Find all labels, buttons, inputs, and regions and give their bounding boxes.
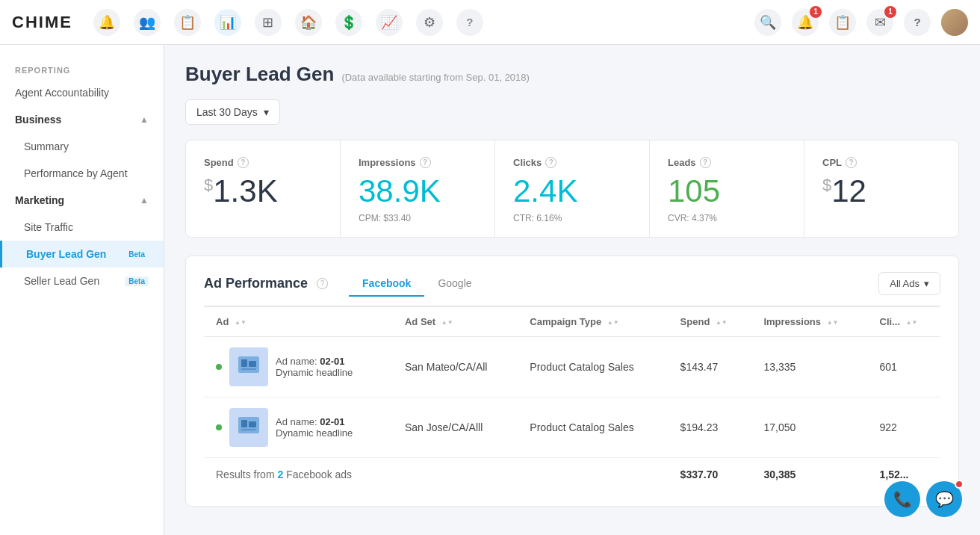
chat-fab-button[interactable]: 💬 — [926, 481, 962, 517]
tasks-button[interactable]: 📋 — [829, 9, 856, 36]
date-filter-label: Last 30 Days — [196, 106, 258, 118]
chevron-down-icon: ▾ — [924, 278, 929, 289]
contacts-nav-icon[interactable]: 👥 — [134, 9, 161, 36]
sidebar-group-header-marketing[interactable]: Marketing ▲ — [0, 187, 164, 214]
search-button[interactable]: 🔍 — [754, 9, 781, 36]
cpl-help-icon[interactable]: ? — [846, 157, 857, 168]
ad-table-body: Ad name: 02-01 Dynamic headline San Mate… — [204, 337, 940, 492]
ad-cell-2: Ad name: 02-01 Dynamic headline — [204, 398, 393, 458]
sidebar-item-buyer-lead-gen[interactable]: Buyer Lead Gen Beta — [0, 241, 164, 268]
table-row: Ad name: 02-01 Dynamic headline San Mate… — [204, 337, 940, 398]
metric-clicks: Clicks ? 2.4K CTR: 6.16% — [495, 140, 650, 237]
metric-cpl: CPL ? $12 — [804, 140, 958, 237]
sort-campaign-icon: ▲▼ — [607, 319, 619, 326]
sidebar-item-agent-accountability[interactable]: Agent Accountability — [0, 79, 164, 106]
leads-sub: CVR: 4.37% — [668, 213, 786, 223]
phone-fab-button[interactable]: 📞 — [884, 481, 920, 517]
all-ads-label: All Ads — [890, 278, 919, 289]
sort-adset-icon: ▲▼ — [441, 319, 453, 326]
tasks-nav-icon[interactable]: 📋 — [174, 9, 201, 36]
svg-rect-5 — [241, 420, 247, 427]
col-campaign-type[interactable]: Campaign Type ▲▼ — [518, 307, 668, 337]
sidebar-group-header-business[interactable]: Business ▲ — [0, 106, 164, 133]
col-adset[interactable]: Ad Set ▲▼ — [393, 307, 518, 337]
gear-nav-icon[interactable]: ⚙ — [416, 9, 443, 36]
tabs: Facebook Google — [349, 271, 486, 295]
leads-help-icon[interactable]: ? — [700, 157, 711, 168]
topnav: CHIME 🔔 👥 📋 📊 ⊞ 🏠 💲 📈 ⚙ ? — [0, 0, 980, 45]
clicks-cell-1: 601 — [868, 337, 940, 398]
ad-thumbnail — [229, 347, 268, 386]
col-impressions[interactable]: Impressions ▲▼ — [751, 307, 867, 337]
svg-rect-2 — [249, 361, 256, 367]
col-clicks[interactable]: Cli... ▲▼ — [868, 307, 940, 337]
help-nav-icon[interactable]: ? — [456, 9, 483, 36]
bell-nav-icon[interactable]: 🔔 — [93, 9, 120, 36]
avatar[interactable] — [941, 9, 968, 36]
metric-leads: Leads ? 105 CVR: 4.37% — [650, 140, 804, 237]
ad-performance-section: Ad Performance ? Facebook Google All Ads… — [185, 256, 959, 507]
notifications-button[interactable]: 🔔 1 — [792, 9, 819, 36]
messages-badge: 1 — [884, 6, 896, 18]
campaign-type-cell-2: Product Catalog Sales — [518, 398, 668, 458]
chart-nav-icon[interactable]: 📊 — [214, 9, 241, 36]
table-row: Ad name: 02-01 Dynamic headline San Jose… — [204, 398, 940, 458]
date-filter[interactable]: Last 30 Days ▾ — [185, 99, 280, 125]
sidebar-section-title: REPORTING — [0, 57, 164, 79]
clicks-cell-2: 922 — [868, 398, 940, 458]
ad-cell-1: Ad name: 02-01 Dynamic headline — [204, 337, 393, 398]
layout: REPORTING Agent Accountability Business … — [0, 45, 980, 535]
home-nav-icon[interactable]: 🏠 — [295, 9, 322, 36]
question-button[interactable]: ? — [904, 9, 931, 36]
ad-table: Ad ▲▼ Ad Set ▲▼ Campaign Type ▲▼ Spend — [204, 307, 940, 491]
sort-ad-icon: ▲▼ — [235, 319, 246, 326]
sort-clicks-icon: ▲▼ — [906, 319, 918, 326]
messages-button[interactable]: ✉ 1 — [866, 9, 893, 36]
clicks-sub: CTR: 6.16% — [513, 213, 631, 223]
leads-value: 105 — [668, 176, 786, 207]
nav-right: 🔍 🔔 1 📋 ✉ 1 ? — [754, 9, 968, 36]
ad-active-indicator — [216, 364, 222, 370]
col-ad[interactable]: Ad ▲▼ — [204, 307, 393, 337]
ad-performance-help-icon[interactable]: ? — [317, 278, 328, 289]
chat-badge — [955, 480, 964, 489]
grid-nav-icon[interactable]: ⊞ — [255, 9, 282, 36]
ad-performance-title: Ad Performance — [204, 276, 308, 291]
ad-active-indicator-2 — [216, 424, 222, 430]
sidebar-item-seller-lead-gen[interactable]: Seller Lead Gen Beta — [0, 268, 164, 294]
graph-nav-icon[interactable]: 📈 — [376, 9, 403, 36]
spend-help-icon[interactable]: ? — [238, 157, 249, 168]
tab-google[interactable]: Google — [424, 271, 485, 297]
results-label: Results from 2 Facebook ads — [204, 458, 669, 492]
buyer-lead-gen-beta-badge: Beta — [125, 250, 149, 259]
chat-fab: 📞 💬 — [884, 481, 962, 517]
fb-count: 2 — [277, 468, 283, 480]
ad-thumbnail-2 — [229, 408, 268, 447]
dollar-nav-icon[interactable]: 💲 — [335, 9, 362, 36]
col-spend[interactable]: Spend ▲▼ — [669, 307, 752, 337]
cpl-value: $12 — [822, 176, 940, 207]
impressions-cell-1: 13,335 — [751, 337, 867, 398]
chevron-up-icon-marketing: ▲ — [140, 195, 149, 205]
sidebar-item-site-traffic[interactable]: Site Traffic — [0, 214, 164, 241]
page-header: Buyer Lead Gen (Data available starting … — [185, 63, 959, 86]
chevron-down-icon: ▾ — [264, 106, 269, 118]
page-title: Buyer Lead Gen — [185, 63, 334, 86]
results-impressions: 30,385 — [751, 458, 867, 492]
all-ads-dropdown[interactable]: All Ads ▾ — [878, 272, 940, 295]
clicks-help-icon[interactable]: ? — [545, 157, 556, 168]
sidebar-item-summary[interactable]: Summary — [0, 133, 164, 160]
results-row: Results from 2 Facebook ads $337.70 30,3… — [204, 458, 940, 492]
metric-impressions: Impressions ? 38.9K CPM: $33.40 — [341, 140, 495, 237]
logo[interactable]: CHIME — [12, 13, 72, 32]
impressions-cell-2: 17,050 — [751, 398, 867, 458]
ad-set-cell-2: San Jose/CA/Alll — [393, 398, 518, 458]
impressions-help-icon[interactable]: ? — [420, 157, 431, 168]
svg-rect-3 — [241, 368, 256, 370]
sidebar-item-performance-by-agent[interactable]: Performance by Agent — [0, 160, 164, 187]
tab-facebook[interactable]: Facebook — [349, 271, 424, 297]
sort-impressions-icon: ▲▼ — [827, 319, 839, 326]
ad-table-header: Ad ▲▼ Ad Set ▲▼ Campaign Type ▲▼ Spend — [204, 307, 940, 337]
impressions-sub: CPM: $33.40 — [359, 213, 477, 223]
ad-performance-header: Ad Performance ? Facebook Google All Ads… — [204, 271, 940, 295]
